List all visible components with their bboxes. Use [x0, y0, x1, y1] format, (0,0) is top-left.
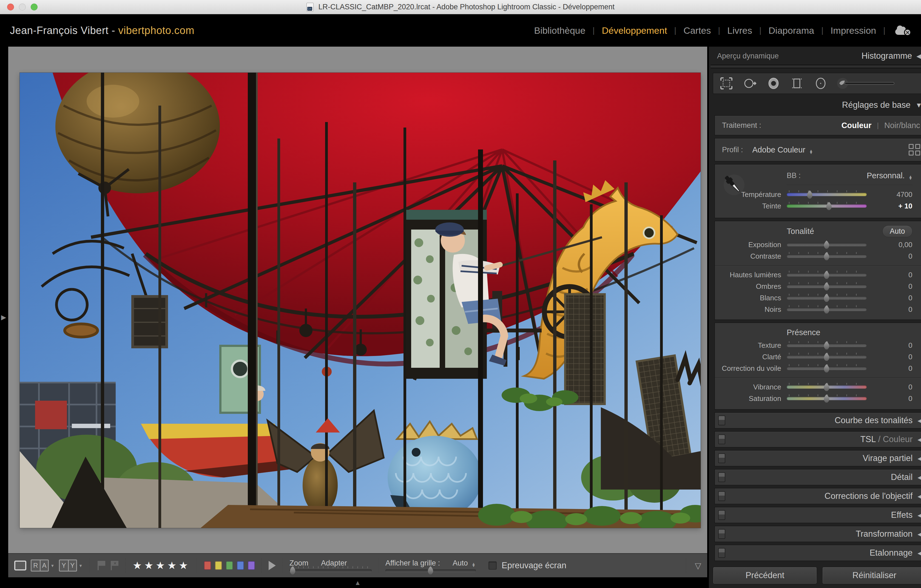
panel-toggle-switch[interactable]	[718, 491, 725, 501]
vibrance-slider[interactable]	[787, 385, 867, 389]
exposure-slider[interactable]	[787, 243, 867, 246]
panel-toggle-switch[interactable]	[718, 529, 725, 539]
collapse-arrow-icon[interactable]: ◀	[918, 473, 921, 481]
expand-arrow-icon[interactable]: ▼	[916, 101, 921, 109]
reject-flag-icon[interactable]	[110, 560, 119, 571]
module-impression[interactable]: Impression	[831, 25, 876, 36]
texture-value[interactable]: 0	[867, 341, 913, 350]
vibrance-value[interactable]: 0	[867, 383, 913, 391]
shadows-slider[interactable]	[787, 285, 867, 288]
collapse-arrow-icon[interactable]: ◀	[918, 549, 921, 557]
module-livres[interactable]: Livres	[727, 25, 752, 36]
panel-tone-curve[interactable]: Courbe des tonalités ◀	[714, 412, 921, 428]
contrast-slider[interactable]	[787, 254, 867, 258]
panel-toggle-switch[interactable]	[718, 453, 725, 463]
module-diaporama[interactable]: Diaporama	[769, 25, 814, 36]
filmstrip-reveal-arrow[interactable]: ▲	[355, 579, 361, 586]
module-developpement[interactable]: Développement	[602, 25, 667, 36]
soft-proofing-checkbox[interactable]	[488, 561, 497, 570]
treatment-color-option[interactable]: Couleur	[841, 121, 872, 130]
wb-eyedropper-icon[interactable]	[721, 171, 745, 199]
toolbar-disclosure-icon[interactable]: ▽	[695, 561, 701, 570]
saturation-value[interactable]: 0	[867, 394, 913, 403]
panel-calibration[interactable]: Etalonnage ◀	[714, 545, 921, 561]
temperature-value[interactable]: 4700	[867, 191, 913, 199]
panel-toggle-switch[interactable]	[718, 548, 725, 558]
panel-transform[interactable]: Transformation ◀	[714, 526, 921, 542]
dehaze-value[interactable]: 0	[867, 364, 913, 373]
color-label-yellow[interactable]	[215, 561, 222, 570]
whites-slider[interactable]	[787, 296, 867, 300]
collapse-arrow-icon[interactable]: ◀	[918, 417, 921, 425]
panel-lens-corrections[interactable]: Corrections de l'objectif ◀	[714, 488, 921, 504]
slideshow-play-icon[interactable]	[268, 561, 276, 570]
collapse-arrow-icon[interactable]: ◀	[916, 52, 921, 60]
panel-toggle-switch[interactable]	[718, 435, 725, 444]
panel-hsl-color[interactable]: TSL / Couleur ◀	[714, 431, 921, 448]
color-label-purple[interactable]	[248, 561, 255, 570]
profile-browser-icon[interactable]	[909, 144, 920, 155]
blacks-value[interactable]: 0	[867, 305, 913, 314]
radial-filter-icon[interactable]	[813, 76, 828, 91]
zoom-slider[interactable]	[290, 568, 372, 572]
whites-value[interactable]: 0	[867, 294, 913, 302]
module-cartes[interactable]: Cartes	[683, 25, 711, 36]
basic-panel-header[interactable]: Réglages de base▼	[709, 94, 921, 113]
before-after-lr-button[interactable]: RA ▼	[31, 559, 55, 572]
tint-slider[interactable]	[787, 204, 867, 208]
saturation-slider[interactable]	[787, 397, 867, 400]
collapse-arrow-icon[interactable]: ◀	[918, 454, 921, 463]
temperature-slider[interactable]	[787, 193, 867, 196]
blacks-slider[interactable]	[787, 308, 867, 311]
pick-flag-icon[interactable]	[96, 560, 106, 571]
exposure-value[interactable]: 0,00	[867, 241, 913, 249]
highlights-slider[interactable]	[787, 273, 867, 277]
panel-split-toning[interactable]: Virage partiel ◀	[714, 450, 921, 466]
left-panel-reveal-arrow[interactable]: ▶	[1, 313, 6, 321]
dehaze-slider[interactable]	[787, 366, 867, 370]
smart-preview-label[interactable]: Aperçu dynamique	[717, 52, 779, 60]
clarity-slider[interactable]	[787, 355, 867, 358]
auto-tone-button[interactable]: Auto	[882, 225, 913, 237]
adjustment-brush-icon[interactable]	[836, 76, 897, 91]
wb-preset-select[interactable]: Personnal.▲▼	[867, 171, 913, 180]
color-label-green[interactable]	[226, 561, 233, 570]
module-bibliotheque[interactable]: Bibliothèque	[534, 25, 585, 36]
panel-toggle-switch[interactable]	[718, 510, 725, 520]
before-after-tb-button[interactable]: YY ▼	[59, 559, 83, 572]
photo[interactable]	[20, 73, 701, 528]
highlights-value[interactable]: 0	[867, 271, 913, 279]
histogram-collapsed-strip[interactable]	[711, 65, 921, 68]
clarity-value[interactable]: 0	[867, 353, 913, 361]
chevron-down-icon[interactable]: ▼	[79, 563, 83, 568]
red-eye-icon[interactable]	[766, 76, 781, 91]
tint-value[interactable]: + 10	[867, 202, 913, 210]
chevron-down-icon[interactable]: ▼	[50, 563, 55, 568]
collapse-arrow-icon[interactable]: ◀	[918, 511, 921, 519]
crop-overlay-icon[interactable]	[719, 76, 734, 91]
texture-slider[interactable]	[787, 344, 867, 347]
previous-button[interactable]: Précédent	[713, 567, 817, 584]
grid-size-slider[interactable]	[386, 568, 476, 572]
color-label-blue[interactable]	[237, 561, 244, 570]
collapse-arrow-icon[interactable]: ◀	[918, 435, 921, 443]
identity-plate[interactable]: Jean-François Vibert - vibertphoto.com	[10, 25, 194, 36]
panel-toggle-switch[interactable]	[718, 472, 725, 482]
identity-site[interactable]: vibertphoto.com	[118, 25, 194, 36]
shadows-value[interactable]: 0	[867, 282, 913, 291]
contrast-value[interactable]: 0	[867, 252, 913, 261]
histogram-panel-header[interactable]: Histogramme	[861, 51, 912, 61]
panel-detail[interactable]: Détail ◀	[714, 469, 921, 485]
spot-removal-icon[interactable]	[742, 76, 758, 91]
star-rating[interactable]: ★★★★★	[133, 559, 190, 572]
profile-select[interactable]: Adobe Couleur▲▼	[752, 145, 813, 155]
cloud-sync-paused-icon[interactable]: ✕	[895, 25, 911, 36]
graduated-filter-icon[interactable]	[789, 76, 805, 91]
treatment-bw-option[interactable]: Noir/blanc	[884, 121, 920, 130]
collapse-arrow-icon[interactable]: ◀	[918, 492, 921, 500]
panel-effects[interactable]: Effets ◀	[714, 507, 921, 523]
grid-value[interactable]: Auto▲▼	[452, 559, 475, 567]
collapse-arrow-icon[interactable]: ◀	[918, 530, 921, 538]
loupe-view-icon[interactable]	[14, 560, 26, 570]
color-label-red[interactable]	[204, 561, 211, 570]
